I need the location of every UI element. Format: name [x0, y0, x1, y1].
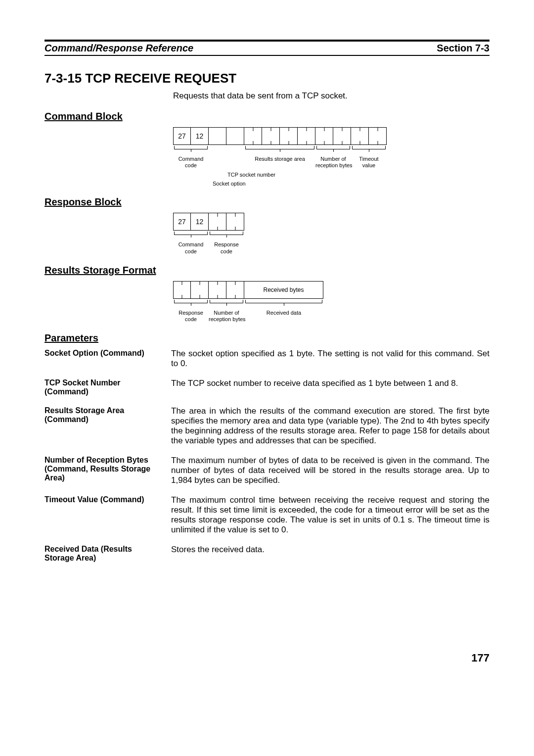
byte-cell [226, 127, 244, 145]
byte-cell [191, 281, 209, 299]
param-desc: The socket option specified as 1 byte. T… [171, 349, 490, 369]
byte-cell [244, 127, 262, 145]
byte-cell [369, 127, 387, 145]
byte-cell: 27 [173, 127, 191, 145]
byte-cell: 27 [173, 213, 191, 231]
param-label: Results Storage Area (Command) [44, 406, 171, 424]
header-left: Command/Response Reference [44, 43, 193, 54]
param-row: Number of Reception Bytes (Command, Resu… [44, 456, 490, 485]
label-received-data: Received data [244, 310, 323, 323]
heading-command-block: Command Block [44, 111, 490, 122]
page: Command/Response Reference Section 7-3 7… [0, 0, 534, 684]
param-desc: The maximum number of bytes of data to b… [171, 456, 490, 485]
byte-cell-received-bytes: Received bytes [244, 281, 323, 299]
param-row: Results Storage Area (Command) The area … [44, 406, 490, 446]
running-header: Command/Response Reference Section 7-3 [44, 43, 490, 56]
byte-cell [315, 127, 333, 145]
param-desc: The TCP socket number to receive data sp… [171, 378, 490, 388]
label-timeout-value: Timeout value [351, 156, 387, 169]
label-response-code: Response code [173, 310, 209, 323]
label-command-code: Command code [173, 156, 209, 169]
param-row: Received Data (Results Storage Area) Sto… [44, 545, 490, 563]
heading-results-storage: Results Storage Format [44, 265, 490, 276]
param-label: Received Data (Results Storage Area) [44, 545, 171, 563]
byte-cell [209, 127, 226, 145]
section-title: 7-3-15 TCP RECEIVE REQUEST [44, 71, 490, 86]
byte-cell [351, 127, 369, 145]
label-response-code: Response code [209, 241, 244, 254]
response-block-diagram: 27 12 Command code Response code [173, 213, 490, 254]
heading-parameters: Parameters [44, 332, 490, 344]
byte-cell [209, 213, 226, 231]
param-row: TCP Socket Number (Command) The TCP sock… [44, 378, 490, 396]
label-socket-option: Socket option [213, 181, 490, 187]
label-num-reception-bytes: Number of reception bytes [315, 156, 351, 169]
param-row: Timeout Value (Command) The maximum cont… [44, 495, 490, 535]
byte-cell [262, 127, 280, 145]
param-desc: Stores the received data. [171, 545, 490, 555]
byte-cell [226, 213, 244, 231]
byte-cell: 12 [191, 127, 209, 145]
param-desc: The maximum control time between receivi… [171, 495, 490, 535]
results-storage-diagram: Received bytes Response code Number of r… [173, 281, 490, 323]
byte-cell [333, 127, 351, 145]
byte-cell [209, 281, 226, 299]
byte-cell [298, 127, 315, 145]
page-number: 177 [44, 652, 490, 664]
label-num-reception-bytes: Number of reception bytes [209, 310, 244, 323]
param-label: TCP Socket Number (Command) [44, 378, 171, 396]
label-command-code: Command code [173, 241, 209, 254]
param-label: Socket Option (Command) [44, 349, 171, 358]
param-label: Timeout Value (Command) [44, 495, 171, 504]
param-desc: The area in which the results of the com… [171, 406, 490, 446]
intro-text: Requests that data be sent from a TCP so… [173, 91, 490, 101]
byte-cell [173, 281, 191, 299]
heading-response-block: Response Block [44, 196, 490, 208]
command-block-diagram: 27 12 Command code Results storage a [173, 127, 490, 187]
byte-cell [226, 281, 244, 299]
label-results-storage-area: Results storage area [244, 156, 315, 169]
byte-cell: 12 [191, 213, 209, 231]
param-label: Number of Reception Bytes (Command, Resu… [44, 456, 171, 482]
header-right: Section 7-3 [437, 43, 490, 54]
param-row: Socket Option (Command) The socket optio… [44, 349, 490, 369]
label-tcp-socket-number: TCP socket number [227, 172, 490, 178]
byte-cell [280, 127, 298, 145]
header-rule [44, 40, 490, 42]
